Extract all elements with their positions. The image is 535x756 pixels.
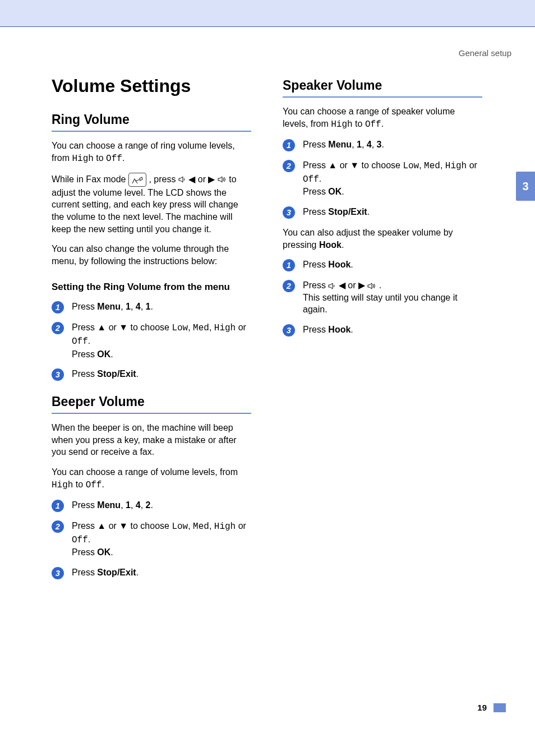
ring-step-2: 2 Press ▲ or ▼ to choose Low, Med, High … — [52, 321, 251, 360]
beeper-intro-2: You can choose a range of volume levels,… — [52, 466, 251, 491]
speaker-step-3: 3 Press Stop/Exit. — [283, 206, 482, 219]
step-number-2-icon: 2 — [283, 280, 295, 292]
left-column: Volume Settings Ring Volume You can choo… — [52, 76, 251, 587]
speaker-step-2: 2 Press ▲ or ▼ to choose Low, Med, High … — [283, 159, 482, 198]
beeper-step-1: 1 Press Menu, 1, 4, 2. — [52, 499, 251, 512]
page-number: 19 — [477, 703, 487, 712]
right-column: Speaker Volume You can choose a range of… — [283, 76, 482, 587]
beeper-step-3: 3 Press Stop/Exit. — [52, 566, 251, 579]
left-arrow-icon: ◀ — [188, 174, 197, 184]
step-number-3-icon: 3 — [52, 567, 64, 579]
page-number-accent — [494, 703, 506, 712]
ring-volume-heading: Ring Volume — [52, 112, 251, 132]
speaker-high-icon — [218, 174, 229, 184]
hook-step-3: 3 Press Hook. — [283, 324, 482, 336]
speaker-low-icon — [328, 280, 338, 290]
ring-step-1: 1 Press Menu, 1, 4, 1. — [52, 301, 251, 314]
speaker-hook-steps: 1 Press Hook. 2 Press ◀ or ▶ — [283, 259, 482, 336]
ring-steps: 1 Press Menu, 1, 4, 1. 2 Press ▲ or ▼ to… — [52, 301, 251, 381]
speaker-step-1: 1 Press Menu, 1, 4, 3. — [283, 139, 482, 151]
speaker-high-icon — [367, 280, 379, 290]
step-number-2-icon: 2 — [52, 520, 64, 533]
speaker-volume-heading: Speaker Volume — [283, 78, 482, 98]
ring-step-3: 3 Press Stop/Exit. — [52, 368, 251, 381]
speaker-hook-intro: You can also adjust the speaker volume b… — [283, 227, 482, 251]
chapter-label: General setup — [52, 48, 511, 58]
right-arrow-icon: ▶ — [208, 174, 217, 184]
step-number-3-icon: 3 — [52, 368, 64, 381]
step-number-1-icon: 1 — [283, 259, 295, 271]
beeper-intro-1: When the beeper is on, the machine will … — [52, 422, 251, 458]
ring-intro-3: You can also change the volume through t… — [52, 243, 251, 267]
step-number-2-icon: 2 — [52, 322, 64, 334]
speaker-intro-1: You can choose a range of speaker volume… — [283, 105, 482, 131]
beeper-step-2: 2 Press ▲ or ▼ to choose Low, Med, High … — [52, 520, 251, 559]
step-number-1-icon: 1 — [52, 500, 64, 512]
page-title: Volume Settings — [52, 76, 251, 96]
beeper-volume-heading: Beeper Volume — [52, 394, 251, 414]
speaker-steps: 1 Press Menu, 1, 4, 3. 2 Press ▲ or ▼ to… — [283, 139, 482, 219]
step-number-2-icon: 2 — [283, 160, 295, 172]
step-number-1-icon: 1 — [52, 301, 64, 314]
step-number-1-icon: 1 — [283, 139, 295, 151]
hook-step-1: 1 Press Hook. — [283, 259, 482, 271]
ring-intro-2: While in Fax mode , press ◀ or ▶ to adju… — [52, 173, 251, 235]
beeper-steps: 1 Press Menu, 1, 4, 2. 2 Press ▲ or ▼ to… — [52, 499, 251, 579]
ring-intro-1: You can choose a range of ring volume le… — [52, 140, 251, 165]
step-number-3-icon: 3 — [283, 206, 295, 219]
ring-subheading: Setting the Ring Volume from the menu — [52, 282, 251, 293]
hook-step-2: 2 Press ◀ or ▶ . This setting will stay … — [283, 279, 482, 316]
step-number-3-icon: 3 — [283, 324, 295, 336]
fax-mode-icon — [128, 173, 146, 187]
speaker-low-icon — [178, 174, 188, 184]
page-header-band — [0, 0, 535, 27]
